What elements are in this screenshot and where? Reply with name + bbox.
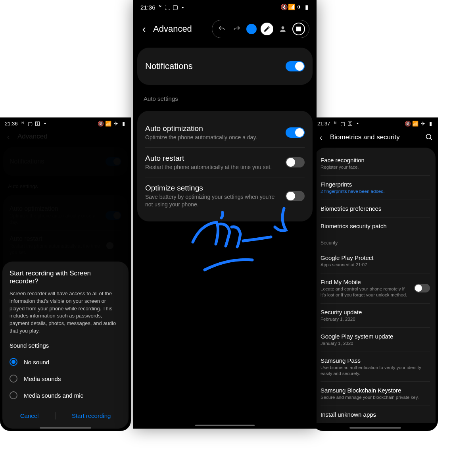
- toggle[interactable]: [106, 211, 121, 220]
- list-item[interactable]: Auto restart Restart the phone automatic…: [10, 230, 121, 260]
- dialog-body: Screen recorder will have access to all …: [10, 290, 121, 335]
- mute-icon: 🔇: [98, 121, 104, 126]
- page-title: Advanced: [17, 133, 48, 140]
- list-item-fingerprints[interactable]: Fingerprints 2 fingerprints have been ad…: [321, 175, 430, 200]
- auto-settings-card: Auto optimization Optimize the phone aut…: [137, 111, 313, 221]
- home-indicator[interactable]: [195, 425, 255, 426]
- radio-option[interactable]: Media sounds and mic: [10, 387, 121, 404]
- sound-settings-label: Sound settings: [10, 342, 121, 349]
- header: ‹ Advanced: [0, 129, 131, 144]
- svg-point-2: [282, 26, 284, 29]
- redo-icon[interactable]: [231, 23, 242, 35]
- pen-tool[interactable]: [261, 23, 273, 35]
- radio-media-mic[interactable]: [10, 391, 17, 399]
- phone-right: 21:37 ᴺ ▢ ⚿ • 🔇 📶 ✈ ▮ ‹ Biometrics and s…: [313, 117, 438, 431]
- notifications-label[interactable]: Notifications: [145, 61, 282, 71]
- svg-line-1: [430, 139, 432, 140]
- start-recording-button[interactable]: Start recording: [67, 409, 115, 422]
- nfc-icon: ᴺ: [332, 121, 338, 126]
- image-icon: ▢: [173, 4, 178, 10]
- status-bar: 21:37 ᴺ ▢ ⚿ • 🔇 📶 ✈ ▮: [313, 117, 438, 129]
- status-time: 21:36: [140, 4, 155, 11]
- wifi-icon: 📶: [289, 4, 294, 10]
- person-icon[interactable]: [277, 23, 288, 35]
- airplane-icon: ✈: [296, 4, 302, 10]
- list-item-auto-restart[interactable]: Auto restart Restart the phone automatic…: [145, 147, 305, 177]
- notifications-label[interactable]: Notifications: [10, 158, 102, 165]
- home-indicator[interactable]: [40, 427, 91, 429]
- more-icon: •: [42, 121, 48, 126]
- header: ‹ Biometrics and security: [313, 129, 438, 145]
- key-icon: ⚿: [35, 121, 40, 126]
- radio-media-sounds[interactable]: [10, 375, 17, 383]
- list-item-biometrics-patch[interactable]: Biometrics security patch: [321, 217, 430, 235]
- status-bar: 21:36 ᴺ ▢ ⚿ • 🔇 📶 ✈ ▮: [0, 117, 131, 129]
- key-icon: ⚿: [347, 121, 353, 126]
- page-title: Advanced: [153, 24, 192, 34]
- svg-point-0: [426, 135, 431, 139]
- phone-left: 21:36 ᴺ ▢ ⚿ • 🔇 📶 ✈ ▮ ‹ Advanced Notific…: [0, 117, 131, 431]
- cancel-button[interactable]: Cancel: [15, 409, 44, 422]
- more-icon: •: [180, 4, 186, 10]
- list-item-find-my-mobile[interactable]: Find My Mobile Locate and control your p…: [321, 273, 430, 303]
- list-item-play-protect[interactable]: Google Play Protect Apps scanned at 21:0…: [321, 249, 430, 273]
- battery-icon: ▮: [428, 121, 433, 126]
- toggle[interactable]: [106, 241, 121, 250]
- back-icon[interactable]: ‹: [317, 134, 324, 141]
- battery-icon: ▮: [304, 4, 309, 10]
- list-item-blockchain-keystore[interactable]: Samsung Blockchain Keystore Secure and m…: [321, 381, 430, 406]
- undo-icon[interactable]: [216, 23, 227, 35]
- toggle[interactable]: [286, 127, 305, 138]
- radio-no-sound[interactable]: [10, 358, 17, 366]
- page-title: Biometrics and security: [330, 133, 400, 141]
- list-item-play-system-update[interactable]: Google Play system update January 1, 202…: [321, 327, 430, 352]
- mute-icon: 🔇: [281, 4, 287, 10]
- cast-icon: ⛶: [165, 4, 171, 10]
- status-time: 21:37: [317, 121, 330, 127]
- toggle[interactable]: [286, 157, 305, 167]
- image-icon: ▢: [340, 121, 345, 126]
- wifi-icon: 📶: [106, 121, 111, 126]
- stop-recording-button[interactable]: [292, 23, 305, 35]
- notifications-card: Notifications: [3, 147, 128, 176]
- list-item-samsung-pass[interactable]: Samsung Pass Use biometric authenticatio…: [321, 352, 430, 382]
- auto-settings-label: Auto settings: [133, 90, 317, 105]
- search-icon[interactable]: [425, 133, 433, 141]
- toggle[interactable]: [286, 191, 305, 201]
- security-label: Security: [321, 235, 430, 249]
- radio-option[interactable]: Media sounds: [10, 370, 121, 387]
- list-item-auto-optimization[interactable]: Auto optimization Optimize the phone aut…: [145, 118, 305, 147]
- settings-list: Face recognition Register your face. Fin…: [315, 148, 436, 423]
- screen-recorder-dialog: Start recording with Screen recorder? Sc…: [2, 262, 129, 429]
- color-picker-blue[interactable]: [246, 24, 257, 34]
- list-item-biometrics-prefs[interactable]: Biometrics preferences: [321, 200, 430, 217]
- wifi-icon: 📶: [413, 121, 418, 126]
- list-item-face-recognition[interactable]: Face recognition Register your face.: [321, 152, 430, 175]
- back-icon[interactable]: ‹: [140, 25, 148, 33]
- nfc-icon: ᴺ: [20, 121, 25, 126]
- list-item-install-unknown[interactable]: Install unknown apps: [321, 406, 430, 423]
- more-icon: •: [355, 121, 361, 126]
- airplane-icon: ✈: [113, 121, 119, 126]
- notifications-toggle[interactable]: [106, 157, 121, 166]
- back-icon[interactable]: ‹: [5, 133, 12, 140]
- notifications-card: Notifications: [137, 48, 313, 85]
- list-item[interactable]: Auto optimization Optimize the phone aut…: [10, 200, 121, 230]
- status-time: 21:36: [5, 121, 18, 127]
- handwriting-annotation: [153, 206, 304, 286]
- battery-icon: ▮: [121, 121, 126, 126]
- separator: [55, 412, 56, 419]
- list-item-security-update[interactable]: Security update February 1, 2020: [321, 303, 430, 327]
- status-bar: 21:36 ᴺ ⛶ ▢ • 🔇 📶 ✈ ▮: [133, 0, 317, 14]
- auto-settings-label: Auto settings: [0, 179, 131, 192]
- dialog-title: Start recording with Screen recorder?: [10, 269, 121, 285]
- mute-icon: 🔇: [405, 121, 411, 126]
- notifications-toggle[interactable]: [286, 61, 305, 71]
- nfc-icon: ᴺ: [157, 4, 163, 10]
- airplane-icon: ✈: [420, 121, 426, 126]
- find-my-mobile-toggle[interactable]: [414, 284, 430, 292]
- image-icon: ▢: [27, 121, 33, 126]
- home-indicator[interactable]: [349, 427, 401, 429]
- radio-option[interactable]: No sound: [10, 354, 121, 370]
- header: ‹ Advanced: [133, 14, 317, 42]
